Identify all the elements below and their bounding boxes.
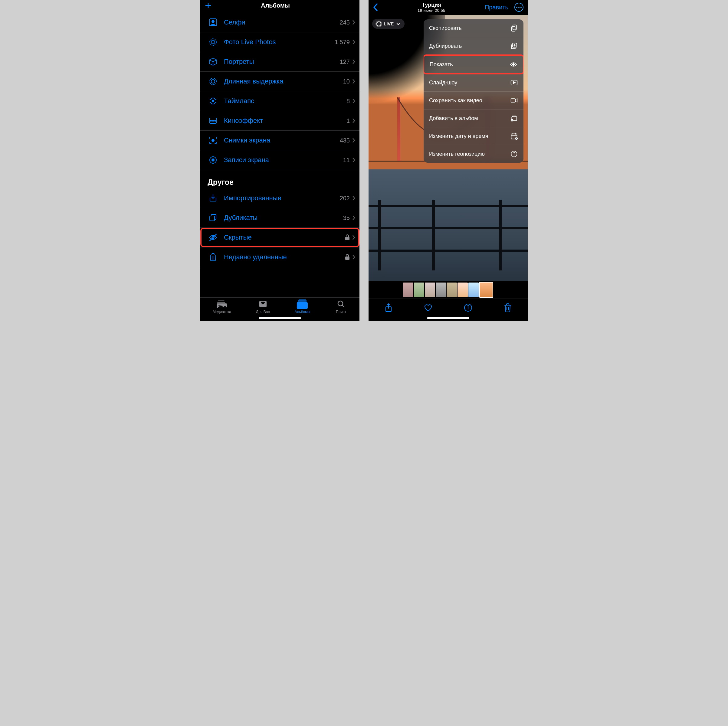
back-button[interactable]: [373, 3, 378, 12]
more-button[interactable]: [514, 3, 523, 12]
svg-line-12: [214, 103, 215, 104]
thumbnail[interactable]: [403, 283, 413, 297]
video-icon: [510, 96, 518, 104]
album-row-cube[interactable]: Портреты127: [200, 52, 359, 72]
photos-stack-icon: [216, 300, 228, 309]
home-indicator[interactable]: [200, 315, 359, 321]
albums-screen: Альбомы Селфи245Фото Live Photos1 579Пор…: [200, 0, 359, 321]
svg-point-9: [212, 100, 214, 102]
album-count: 1: [346, 118, 350, 124]
album-count: 8: [346, 98, 350, 105]
svg-rect-44: [297, 302, 308, 309]
duplicate-icon: [208, 212, 219, 223]
chevron-right-icon: [352, 138, 355, 143]
thumbnail[interactable]: [468, 283, 479, 297]
menu-label: Изменить дату и время: [429, 133, 488, 139]
menu-item-play-rect[interactable]: Слайд-шоу: [424, 74, 523, 92]
menu-item-copy[interactable]: Скопировать: [424, 19, 523, 37]
photo-title-block[interactable]: Турция 19 июля 20:55: [418, 2, 445, 13]
svg-rect-58: [511, 99, 515, 102]
album-row-cinema[interactable]: Киноэффект1: [200, 111, 359, 131]
delete-button[interactable]: [503, 303, 512, 312]
menu-item-video[interactable]: Сохранить как видео: [424, 92, 523, 110]
svg-marker-59: [515, 99, 517, 102]
svg-rect-38: [217, 302, 225, 303]
home-indicator[interactable]: [369, 315, 528, 321]
chevron-right-icon: [352, 20, 355, 25]
thumbnail-selected[interactable]: [479, 282, 493, 298]
album-count: 10: [343, 78, 350, 85]
menu-label: Дублировать: [429, 43, 462, 49]
svg-line-18: [211, 98, 212, 99]
photo-subtitle: 19 июля 20:55: [418, 8, 445, 13]
album-label: Дубликаты: [224, 214, 343, 222]
svg-point-23: [210, 120, 211, 121]
live-icon: [376, 21, 381, 26]
album-row-live-photo[interactable]: Фото Live Photos1 579: [200, 32, 359, 52]
live-label: LIVE: [384, 21, 394, 26]
menu-item-album-add[interactable]: Добавить в альбом: [424, 110, 523, 127]
svg-line-21: [215, 99, 216, 100]
album-row-burst[interactable]: Таймлапс8: [200, 91, 359, 111]
album-label: Импортированные: [224, 194, 340, 202]
svg-point-28: [212, 159, 214, 161]
photo-header: Турция 19 июля 20:55 Править: [369, 0, 528, 15]
album-label: Снимки экрана: [224, 136, 340, 144]
svg-point-76: [468, 306, 468, 306]
menu-item-calendar[interactable]: Изменить дату и время: [424, 127, 523, 145]
favorite-button[interactable]: [424, 303, 433, 312]
menu-label: Сохранить как видео: [429, 98, 482, 104]
svg-line-20: [214, 98, 215, 99]
menu-item-plus-square[interactable]: Дублировать: [424, 37, 523, 55]
menu-label: Добавить в альбом: [429, 115, 478, 122]
tab-albums[interactable]: Альбомы: [294, 300, 310, 314]
tab-foryou[interactable]: Для Вас: [256, 300, 270, 314]
album-count: 245: [340, 19, 350, 26]
thumbnail[interactable]: [425, 283, 435, 297]
share-button[interactable]: [384, 303, 393, 312]
thumbnail[interactable]: [457, 283, 468, 297]
album-row-eye-slash[interactable]: Скрытые: [200, 228, 359, 248]
menu-item-eye[interactable]: Показать: [424, 55, 523, 75]
info-button[interactable]: [463, 303, 473, 312]
tab-library[interactable]: Медиатека: [213, 300, 231, 314]
chevron-right-icon: [352, 254, 355, 260]
live-badge[interactable]: LIVE: [372, 19, 405, 29]
chevron-right-icon: [352, 39, 355, 45]
album-row-trash[interactable]: Недавно удаленные: [200, 248, 359, 267]
album-count: 11: [343, 157, 350, 164]
lock-icon: [345, 234, 350, 240]
thumbnail-strip[interactable]: [369, 281, 528, 298]
viewfinder-icon: [208, 135, 219, 146]
svg-point-45: [338, 301, 343, 306]
album-row-duplicate[interactable]: Дубликаты35: [200, 208, 359, 228]
svg-point-24: [213, 120, 214, 121]
album-row-live-photo[interactable]: Длинная выдержка10: [200, 72, 359, 91]
thumbnail[interactable]: [414, 283, 424, 297]
tab-search[interactable]: Поиск: [335, 300, 347, 314]
menu-label: Слайд-шоу: [429, 79, 457, 86]
svg-point-3: [212, 20, 214, 23]
eye-icon: [509, 61, 517, 68]
album-label: Киноэффект: [224, 117, 346, 125]
svg-rect-50: [513, 25, 517, 30]
album-count: 435: [340, 137, 350, 144]
import-icon: [208, 193, 219, 203]
album-row-person-square[interactable]: Селфи245: [200, 13, 359, 32]
thumbnail[interactable]: [447, 283, 457, 297]
chevron-right-icon: [352, 79, 355, 84]
cube-icon: [208, 56, 219, 67]
album-row-import[interactable]: Импортированные202: [200, 188, 359, 208]
cinema-icon: [208, 115, 219, 126]
edit-button[interactable]: Править: [485, 4, 508, 11]
menu-item-info[interactable]: Изменить геопозицию: [424, 145, 523, 163]
svg-rect-33: [345, 237, 349, 240]
album-row-viewfinder[interactable]: Снимки экрана435: [200, 131, 359, 150]
trash-icon: [208, 252, 219, 263]
calendar-icon: [510, 132, 518, 140]
svg-point-25: [214, 120, 216, 121]
thumbnail[interactable]: [436, 283, 446, 297]
album-row-record[interactable]: Записи экрана11: [200, 150, 359, 170]
search-icon: [335, 300, 347, 309]
svg-point-71: [514, 152, 514, 153]
